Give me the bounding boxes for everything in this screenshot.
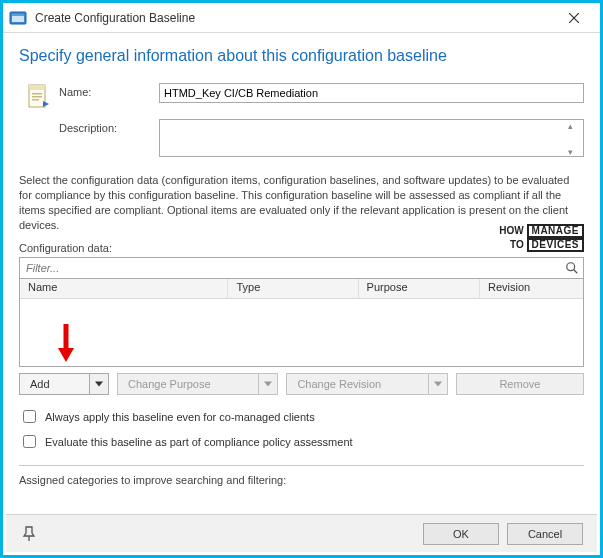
svg-rect-7 — [32, 93, 42, 95]
always-apply-label: Always apply this baseline even for co-m… — [45, 411, 315, 423]
description-input[interactable] — [159, 119, 584, 157]
always-apply-checkbox[interactable] — [23, 410, 36, 423]
arrow-annotation-icon — [56, 322, 76, 364]
divider — [19, 465, 584, 466]
table-header: Name Type Purpose Revision — [20, 279, 583, 299]
evaluate-compliance-checkbox-row[interactable]: Evaluate this baseline as part of compli… — [19, 432, 584, 451]
svg-rect-9 — [32, 99, 39, 101]
window-title: Create Configuration Baseline — [35, 11, 554, 25]
dialog-footer: OK Cancel — [6, 514, 597, 552]
pin-icon[interactable] — [20, 525, 38, 543]
svg-line-11 — [574, 270, 578, 274]
ok-button[interactable]: OK — [423, 523, 499, 545]
baseline-icon — [25, 83, 53, 111]
chevron-down-icon — [95, 382, 103, 387]
watermark: HOW MANAGE TO DEVICES — [499, 224, 584, 252]
column-name[interactable]: Name — [20, 279, 228, 298]
app-icon — [9, 9, 27, 27]
name-label: Name: — [59, 83, 159, 98]
svg-rect-8 — [32, 96, 42, 98]
configuration-data-table: Name Type Purpose Revision — [19, 279, 584, 367]
add-button-label: Add — [30, 378, 50, 390]
column-revision[interactable]: Revision — [480, 279, 583, 298]
change-purpose-label: Change Purpose — [128, 378, 211, 390]
configuration-data-section: HOW MANAGE TO DEVICES Configuration data… — [19, 242, 584, 486]
svg-point-10 — [567, 263, 575, 271]
name-input[interactable] — [159, 83, 584, 103]
change-purpose-button: Change Purpose — [117, 373, 278, 395]
config-button-row: Add Change Purpose Change Revision Remov… — [19, 373, 584, 395]
cancel-button[interactable]: Cancel — [507, 523, 583, 545]
search-icon[interactable] — [561, 261, 583, 275]
chevron-down-icon — [434, 382, 442, 387]
change-revision-button: Change Revision — [286, 373, 447, 395]
add-button[interactable]: Add — [19, 373, 109, 395]
titlebar: Create Configuration Baseline — [3, 3, 600, 33]
svg-rect-2 — [12, 14, 24, 16]
description-row: Description: ▴▾ — [19, 119, 584, 159]
remove-label: Remove — [499, 378, 540, 390]
name-row: Name: — [19, 83, 584, 111]
page-heading: Specify general information about this c… — [19, 47, 584, 65]
dialog-content: Specify general information about this c… — [3, 33, 600, 494]
svg-rect-6 — [29, 85, 45, 90]
assigned-categories-label: Assigned categories to improve searching… — [19, 474, 584, 486]
svg-marker-13 — [58, 348, 74, 362]
chevron-down-icon — [264, 382, 272, 387]
filter-input[interactable] — [20, 260, 561, 276]
column-type[interactable]: Type — [228, 279, 358, 298]
column-purpose[interactable]: Purpose — [359, 279, 480, 298]
filter-row — [19, 257, 584, 279]
change-revision-label: Change Revision — [297, 378, 381, 390]
always-apply-checkbox-row[interactable]: Always apply this baseline even for co-m… — [19, 407, 584, 426]
close-icon[interactable] — [554, 4, 594, 32]
description-label: Description: — [59, 119, 159, 134]
evaluate-compliance-label: Evaluate this baseline as part of compli… — [45, 436, 353, 448]
remove-button: Remove — [456, 373, 584, 395]
evaluate-compliance-checkbox[interactable] — [23, 435, 36, 448]
